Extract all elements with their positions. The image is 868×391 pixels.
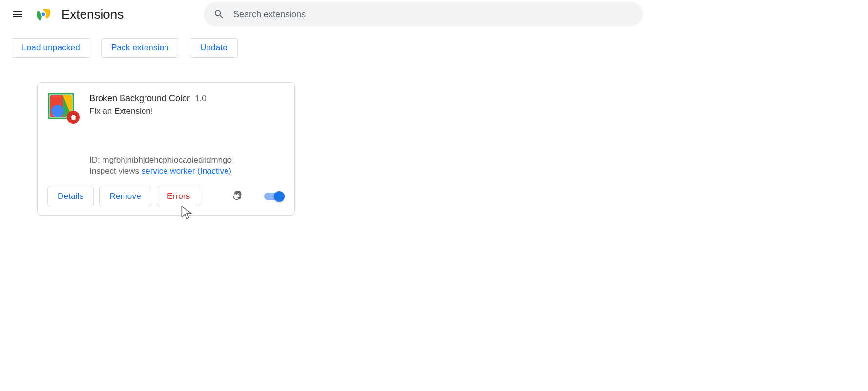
card-actions: Details Remove Errors [47, 187, 285, 206]
extension-name: Broken Background Color [89, 93, 190, 104]
extension-id-line: ID: mgfbhjnibhjdehcphiocaoiediidmngo [89, 155, 285, 165]
extension-icon [47, 92, 75, 120]
extension-version: 1.0 [195, 94, 207, 104]
load-unpacked-button[interactable]: Load unpacked [12, 38, 90, 58]
svg-point-7 [51, 105, 64, 117]
header-bar: Extensions [0, 0, 868, 28]
chrome-logo-icon [36, 7, 51, 22]
inspect-views-label: Inspect views [89, 166, 139, 175]
extension-id-value: mgfbhjnibhjdehcphiocaoiediidmngo [102, 155, 232, 165]
dev-toolbar: Load unpacked Pack extension Update [0, 28, 868, 66]
enable-toggle[interactable] [264, 191, 285, 202]
pack-extension-button[interactable]: Pack extension [101, 38, 179, 58]
bug-badge-icon [67, 111, 80, 124]
page-title: Extensions [62, 7, 124, 22]
service-worker-link[interactable]: service worker (Inactive) [142, 166, 231, 175]
remove-button[interactable]: Remove [99, 187, 151, 206]
extension-description: Fix an Extension! [89, 107, 285, 116]
content-area: Broken Background Color 1.0 Fix an Exten… [0, 66, 868, 231]
search-input[interactable] [233, 9, 633, 20]
inspect-views-line: Inspect views service worker (Inactive) [89, 166, 285, 176]
search-box[interactable] [204, 2, 643, 26]
toggle-thumb [274, 191, 285, 202]
update-button[interactable]: Update [190, 38, 238, 58]
extension-card: Broken Background Color 1.0 Fix an Exten… [37, 82, 295, 216]
errors-button[interactable]: Errors [157, 187, 200, 206]
menu-icon[interactable] [8, 4, 27, 24]
search-icon [213, 8, 225, 20]
reload-icon[interactable] [227, 187, 246, 206]
details-button[interactable]: Details [47, 187, 94, 206]
extension-id-label: ID: [89, 155, 100, 165]
